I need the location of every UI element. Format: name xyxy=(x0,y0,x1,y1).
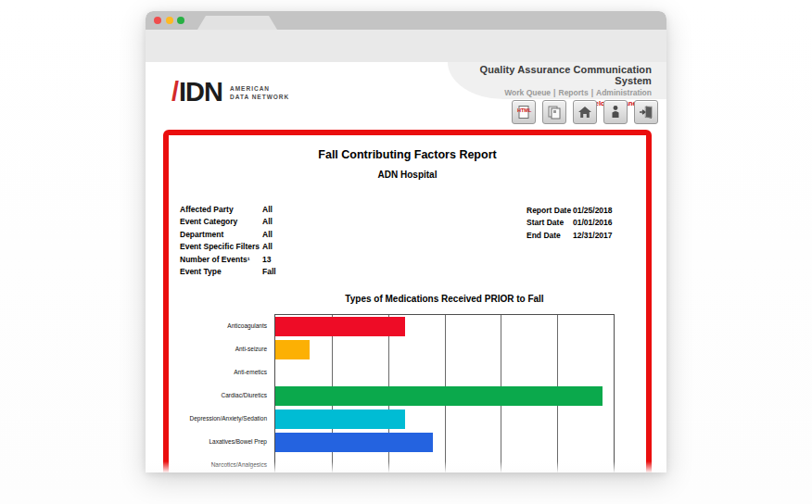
chart-plot-area xyxy=(274,314,615,472)
meta-label: Department xyxy=(180,230,262,239)
meta-label: Report Date xyxy=(527,206,573,215)
chart-bar-depression-anxiety-sedation xyxy=(275,410,405,429)
meta-label: Number of Events¹ xyxy=(180,255,262,264)
browser-toolbar-strip xyxy=(146,30,666,62)
date-row-start-date: Start Date01/01/2016 xyxy=(527,218,613,230)
filter-row-event-specific-filters: Event Specific FiltersAll xyxy=(180,242,276,254)
y-axis-label-narcotics-analgesics: Narcotics/Analgesics xyxy=(169,453,271,472)
copy-document-button[interactable] xyxy=(542,100,566,124)
logo-subtext-line2: DATA NETWORK xyxy=(230,93,289,101)
report-panel: Fall Contributing Factors Report ADN Hos… xyxy=(163,130,652,472)
filter-row-event-type: Event TypeFall xyxy=(180,267,276,279)
meta-value: All xyxy=(262,205,273,214)
meta-value: 12/31/2017 xyxy=(573,231,613,240)
copy-document-icon xyxy=(546,104,563,120)
browser-titlebar xyxy=(146,11,666,30)
chart-bar-anti-seizure xyxy=(275,340,310,359)
meta-value: 01/01/2016 xyxy=(573,218,613,227)
logo-letters: IDN xyxy=(179,77,222,107)
adn-logo-subtext: AMERICAN DATA NETWORK xyxy=(230,84,289,102)
nav-separator: | xyxy=(553,88,555,97)
logout-button[interactable] xyxy=(634,100,658,124)
header-banner: Quality Assurance Communication System W… xyxy=(448,62,666,99)
meta-label: Start Date xyxy=(527,218,573,227)
report-dates-block: Report Date01/25/2018Start Date01/01/201… xyxy=(527,206,613,243)
meta-label: Event Specific Filters xyxy=(180,242,262,251)
nav-item-administration[interactable]: Administration xyxy=(596,88,652,97)
logo-subtext-line1: AMERICAN xyxy=(230,84,289,93)
system-title: Quality Assurance Communication System xyxy=(448,64,652,86)
meta-label: Affected Party xyxy=(180,205,262,214)
logo-slash: / xyxy=(171,77,178,107)
filter-row-event-category: Event CategoryAll xyxy=(180,217,276,229)
page-content: Quality Assurance Communication System W… xyxy=(146,62,666,472)
report-filters-block: Affected PartyAllEvent CategoryAllDepart… xyxy=(180,205,276,279)
chart-title: Types of Medications Received PRIOR to F… xyxy=(274,294,615,304)
logout-door-icon xyxy=(638,104,654,120)
user-button[interactable] xyxy=(603,100,628,124)
meta-label: Event Category xyxy=(180,217,262,226)
nav-item-reports[interactable]: Reports xyxy=(559,88,589,97)
meta-label: End Date xyxy=(527,231,573,240)
svg-text:HTML: HTML xyxy=(517,107,532,113)
chart-bar-cardiac-diuretics xyxy=(275,386,603,406)
y-axis-label-laxatives-bowel-prep: Laxatives/Bowel Prep xyxy=(169,430,271,453)
chart-bar-laxatives-bowel-prep xyxy=(275,433,433,452)
adn-logo-mark: /IDN xyxy=(171,81,222,104)
adn-logo: /IDN AMERICAN DATA NETWORK xyxy=(171,81,289,104)
meta-value: All xyxy=(262,242,273,251)
filter-row-department: DepartmentAll xyxy=(180,230,276,242)
report-title: Fall Contributing Factors Report xyxy=(169,148,646,161)
meta-value: 01/25/2018 xyxy=(573,206,613,215)
html-report-button[interactable]: HTML xyxy=(512,100,536,124)
y-axis-label-anticoagulants: Anticoagulants xyxy=(169,314,271,337)
y-axis-label-cardiac-diuretics: Cardiac/Diuretics xyxy=(169,384,271,407)
minimize-window-button[interactable] xyxy=(166,17,173,24)
user-icon xyxy=(607,104,624,120)
meta-value: All xyxy=(262,230,273,239)
toolbar-icon-row: HTML xyxy=(512,100,658,124)
meta-value: All xyxy=(262,217,273,226)
bar-chart: AnticoagulantsAnti-seizureAnti-emeticsCa… xyxy=(169,314,646,472)
html-report-icon: HTML xyxy=(515,104,532,120)
nav-item-work-queue[interactable]: Work Queue xyxy=(504,88,551,97)
home-icon xyxy=(577,104,593,120)
chart-bar-anticoagulants xyxy=(275,317,405,336)
zoom-window-button[interactable] xyxy=(177,17,184,24)
nav-separator: | xyxy=(591,88,593,97)
y-axis-label-anti-seizure: Anti-seizure xyxy=(169,337,271,360)
report-hospital-name: ADN Hospital xyxy=(169,170,646,180)
date-row-end-date: End Date12/31/2017 xyxy=(527,231,613,243)
meta-label: Event Type xyxy=(180,267,262,276)
y-axis-label-anti-emetics: Anti-emetics xyxy=(169,360,271,384)
filter-row-affected-party: Affected PartyAll xyxy=(180,205,276,217)
browser-window: Quality Assurance Communication System W… xyxy=(146,11,666,472)
close-window-button[interactable] xyxy=(154,17,161,24)
app-header: Quality Assurance Communication System W… xyxy=(146,62,666,130)
y-axis-label-depression-anxiety-sedation: Depression/Anxiety/Sedation xyxy=(169,407,271,430)
date-row-report-date: Report Date01/25/2018 xyxy=(527,206,613,218)
filter-row-number-of-events: Number of Events¹13 xyxy=(180,255,276,267)
main-nav: Work Queue|Reports|Administration xyxy=(448,88,652,97)
meta-value: 13 xyxy=(262,255,271,264)
meta-value: Fall xyxy=(262,267,276,276)
page-background: Quality Assurance Communication System W… xyxy=(0,0,812,504)
browser-tab[interactable] xyxy=(197,16,277,30)
home-button[interactable] xyxy=(573,100,597,124)
